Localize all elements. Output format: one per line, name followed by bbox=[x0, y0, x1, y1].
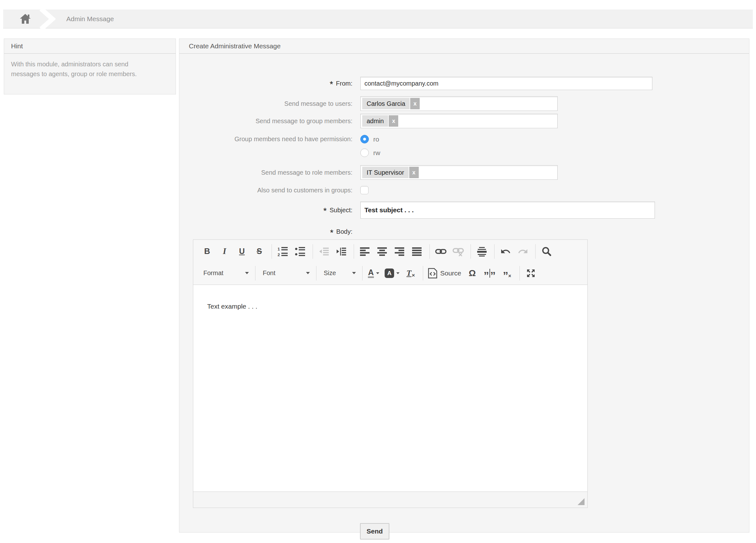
find-button[interactable] bbox=[540, 244, 553, 258]
remove-quote-button[interactable]: ” × bbox=[501, 266, 513, 280]
toolbar-separator bbox=[519, 266, 520, 281]
format-combo[interactable]: Format bbox=[201, 266, 251, 280]
split-quote-button[interactable]: ” ” bbox=[483, 266, 496, 280]
italic-icon: I bbox=[223, 246, 226, 256]
chevron-down-icon bbox=[376, 272, 379, 274]
outdent-button[interactable] bbox=[318, 244, 330, 258]
message-panel: Create Administrative Message * From: co… bbox=[179, 39, 749, 533]
strikethrough-button[interactable]: S bbox=[253, 244, 266, 258]
text-color-button[interactable]: A bbox=[367, 266, 380, 280]
editor-toolbar: B I U S 1 2 bbox=[193, 240, 587, 285]
from-label: * From: bbox=[179, 77, 352, 90]
underline-button[interactable]: U bbox=[236, 244, 248, 258]
undo-button[interactable] bbox=[499, 244, 512, 258]
unlink-icon bbox=[453, 247, 464, 256]
role-tag-label: IT Supervisor bbox=[362, 167, 409, 178]
breadcrumb-title: Admin Message bbox=[66, 15, 114, 23]
link-button[interactable] bbox=[435, 244, 447, 258]
groups-input[interactable]: admin x bbox=[360, 114, 558, 128]
format-combo-label: Format bbox=[203, 269, 223, 277]
align-center-button[interactable] bbox=[376, 244, 389, 258]
background-color-button[interactable]: A bbox=[385, 266, 399, 280]
horizontal-rule-icon bbox=[477, 246, 487, 256]
panel-title: Create Administrative Message bbox=[189, 42, 281, 50]
permission-radio-rw-label[interactable]: rw bbox=[373, 148, 380, 157]
source-button[interactable]: Source bbox=[428, 266, 461, 280]
italic-button[interactable]: I bbox=[218, 244, 231, 258]
numbered-list-button[interactable]: 1 2 bbox=[277, 244, 289, 258]
search-icon bbox=[542, 246, 552, 256]
required-marker: * bbox=[323, 206, 327, 216]
toolbar-separator bbox=[362, 266, 363, 281]
special-character-button[interactable]: Ω bbox=[466, 266, 479, 280]
font-combo[interactable]: Font bbox=[260, 266, 312, 280]
source-button-label: Source bbox=[440, 269, 461, 277]
home-icon bbox=[20, 14, 31, 24]
toolbar-row-1: B I U S 1 2 bbox=[201, 240, 581, 262]
align-left-button[interactable] bbox=[359, 244, 371, 258]
maximize-button[interactable] bbox=[525, 266, 537, 280]
roles-label: Send message to role members: bbox=[179, 165, 352, 180]
toolbar-separator bbox=[354, 244, 354, 259]
customers-label: Also send to customers in groups: bbox=[179, 186, 352, 194]
cursor-bar-icon bbox=[489, 269, 490, 278]
svg-text:2: 2 bbox=[278, 252, 280, 256]
send-button-label: Send bbox=[367, 528, 383, 535]
font-combo-label: Font bbox=[263, 269, 275, 277]
home-button[interactable] bbox=[20, 14, 31, 24]
omega-icon: Ω bbox=[469, 268, 476, 278]
toolbar-row-2: Format Font Size A bbox=[201, 262, 581, 284]
resize-handle[interactable] bbox=[578, 498, 585, 505]
numbered-list-icon: 1 2 bbox=[278, 246, 288, 256]
strikethrough-icon: S bbox=[257, 247, 262, 256]
subject-value: Test subject . . . bbox=[364, 206, 414, 214]
permission-radio-ro-label[interactable]: ro bbox=[373, 135, 379, 143]
redo-button[interactable] bbox=[517, 244, 529, 258]
permission-radio-rw[interactable] bbox=[360, 148, 369, 157]
group-tag: admin x bbox=[362, 115, 398, 127]
permission-radio-ro[interactable] bbox=[360, 135, 369, 143]
required-marker: * bbox=[330, 79, 333, 89]
roles-input[interactable]: IT Supervisor x bbox=[360, 165, 558, 180]
indent-button[interactable] bbox=[335, 244, 348, 258]
svg-text:1: 1 bbox=[278, 247, 280, 251]
from-input[interactable]: contact@mycompany.com bbox=[360, 77, 652, 90]
hint-title: Hint bbox=[11, 42, 23, 50]
align-right-button[interactable] bbox=[393, 244, 406, 258]
size-combo-label: Size bbox=[324, 269, 336, 277]
user-tag-remove-button[interactable]: x bbox=[410, 98, 420, 109]
unlink-button[interactable] bbox=[452, 244, 465, 258]
remove-format-button[interactable]: T × bbox=[404, 266, 417, 280]
breadcrumb: Admin Message bbox=[3, 9, 753, 28]
justify-button[interactable] bbox=[411, 244, 423, 258]
size-combo[interactable]: Size bbox=[321, 266, 358, 280]
send-button[interactable]: Send bbox=[360, 523, 389, 540]
role-tag: IT Supervisor x bbox=[362, 167, 419, 178]
quote-icon: ” bbox=[484, 274, 489, 277]
toolbar-separator bbox=[471, 244, 471, 259]
chevron-down-icon bbox=[306, 272, 310, 274]
permission-label: Group members need to have permission: bbox=[179, 135, 352, 143]
users-input[interactable]: Carlos Garcia x bbox=[360, 96, 558, 111]
bulleted-list-button[interactable] bbox=[294, 244, 307, 258]
hint-text: With this module, administrators can sen… bbox=[4, 54, 176, 79]
editor-content[interactable]: Text example . . . bbox=[193, 285, 587, 492]
hint-header: Hint bbox=[4, 39, 176, 54]
toolbar-separator bbox=[494, 244, 495, 259]
customers-checkbox[interactable] bbox=[360, 186, 369, 194]
bold-button[interactable]: B bbox=[201, 244, 213, 258]
role-tag-remove-button[interactable]: x bbox=[409, 167, 419, 178]
group-tag-remove-button[interactable]: x bbox=[389, 115, 398, 127]
maximize-icon bbox=[526, 268, 536, 278]
horizontal-rule-button[interactable] bbox=[476, 244, 488, 258]
justify-icon bbox=[412, 247, 422, 256]
group-tag-label: admin bbox=[362, 115, 388, 127]
toolbar-separator bbox=[316, 266, 316, 281]
from-value: contact@mycompany.com bbox=[364, 80, 438, 87]
body-text: Text example . . . bbox=[207, 303, 257, 310]
background-color-icon: A bbox=[385, 268, 394, 278]
groups-label: Send message to group members: bbox=[179, 114, 352, 128]
subject-input[interactable]: Test subject . . . bbox=[360, 202, 655, 219]
toolbar-separator bbox=[255, 266, 255, 281]
source-icon bbox=[428, 268, 437, 279]
